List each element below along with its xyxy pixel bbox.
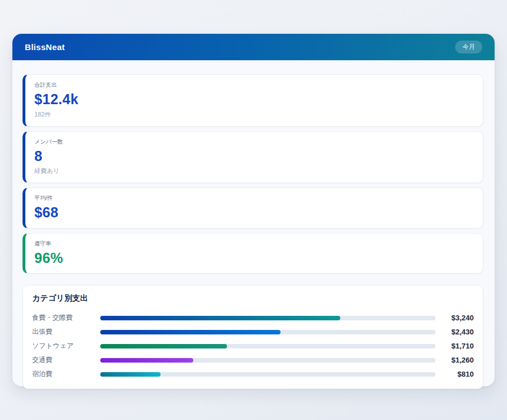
dashboard-content: 合計支出 $12.4k 182件 メンバー数 8 経費あり 平均/件 $68 遵… — [12, 60, 495, 389]
stat-card: 合計支出 $12.4k 182件 — [23, 74, 483, 127]
category-row: 宿泊費 $810 — [32, 367, 474, 381]
stat-value: 8 — [34, 149, 474, 164]
category-amount: $3,240 — [435, 314, 474, 322]
stat-label: 遵守率 — [34, 240, 474, 248]
category-label: 交通費 — [32, 355, 100, 365]
category-amount: $1,710 — [435, 342, 474, 350]
app-title: BlissNeat — [25, 42, 65, 52]
stat-label: 合計支出 — [34, 81, 474, 89]
bar-fill — [100, 316, 340, 320]
stat-value: 96% — [34, 251, 474, 266]
stat-label: 平均/件 — [34, 194, 474, 202]
stat-value: $12.4k — [34, 92, 474, 108]
stat-card-list: 合計支出 $12.4k 182件 メンバー数 8 経費あり 平均/件 $68 遵… — [23, 74, 483, 274]
category-amount: $1,260 — [435, 356, 474, 364]
bar-fill — [100, 344, 227, 348]
category-label: ソフトウェア — [32, 341, 100, 351]
bar-fill — [100, 372, 161, 377]
category-row: 食費・交際費 $3,240 — [32, 311, 474, 325]
category-row: 交通費 $1,260 — [32, 353, 474, 367]
bar-track — [100, 344, 435, 348]
category-label: 出張費 — [32, 327, 100, 337]
stat-card: 遵守率 96% — [23, 233, 483, 274]
bar-track — [100, 330, 435, 334]
stat-subtext: 182件 — [34, 110, 474, 119]
app-header: BlissNeat 今月 — [12, 34, 495, 60]
category-amount: $2,430 — [435, 328, 474, 336]
category-row: ソフトウェア $1,710 — [32, 339, 474, 353]
stat-label: メンバー数 — [34, 138, 474, 146]
category-label: 宿泊費 — [32, 369, 100, 379]
category-label: 食費・交際費 — [32, 313, 100, 323]
category-card-title: カテゴリ別支出 — [32, 293, 474, 303]
stat-card: メンバー数 8 経費あり — [23, 131, 483, 184]
category-amount: $810 — [435, 370, 474, 378]
bar-fill — [100, 330, 281, 334]
bar-fill — [100, 358, 193, 363]
bar-track — [100, 358, 435, 363]
stat-card: 平均/件 $68 — [23, 187, 483, 229]
dashboard-panel: BlissNeat 今月 合計支出 $12.4k 182件 メンバー数 8 経費… — [12, 34, 495, 386]
bar-track — [100, 372, 435, 377]
period-badge[interactable]: 今月 — [455, 41, 482, 53]
category-breakdown-card: カテゴリ別支出 食費・交際費 $3,240 出張費 $2,430 ソフトウェア … — [23, 285, 483, 389]
stat-subtext: 経費あり — [34, 167, 474, 175]
category-bar-list: 食費・交際費 $3,240 出張費 $2,430 ソフトウェア $1,710 交… — [32, 311, 474, 381]
stat-value: $68 — [34, 205, 474, 221]
bar-track — [100, 316, 435, 320]
category-row: 出張費 $2,430 — [32, 325, 474, 339]
